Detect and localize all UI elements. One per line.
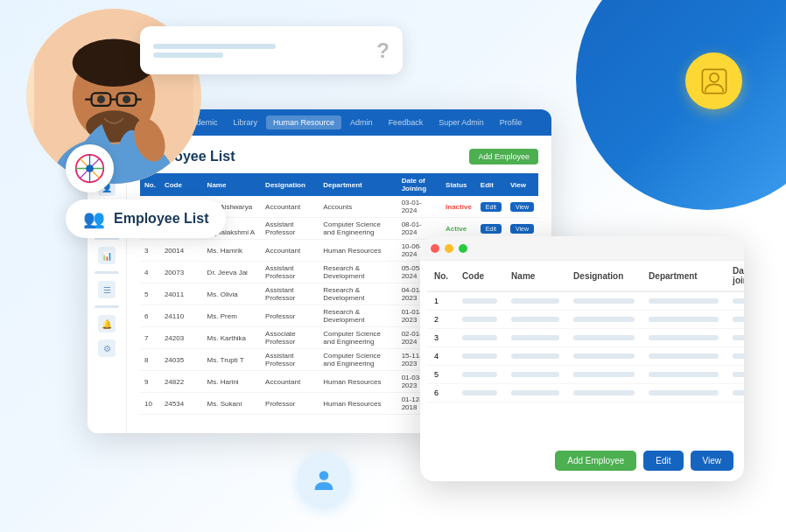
- nav-feedback[interactable]: Feedback: [382, 116, 431, 130]
- cell-no: 3: [140, 240, 160, 262]
- col-status: Status: [441, 173, 476, 196]
- search-float-box[interactable]: ?: [140, 26, 403, 74]
- card2-cell-code: [455, 347, 504, 366]
- card2-table-row: 4 Inactive: [427, 347, 744, 366]
- cell-no: 8: [140, 349, 160, 371]
- sidebar-icon-list[interactable]: ☰: [98, 281, 116, 298]
- sidebar-icon-chart[interactable]: 📊: [98, 247, 116, 264]
- cell-name: Ms. Karthika: [203, 327, 262, 349]
- app-logo: [66, 144, 114, 192]
- card2-cell-designation: [566, 329, 642, 347]
- cell-code: 24110: [160, 305, 203, 327]
- cell-department: Human Resources: [319, 371, 397, 393]
- card2-table-row: 5 Active: [427, 366, 744, 384]
- search-lines: [153, 44, 368, 58]
- cell-status: Inactive: [441, 196, 476, 218]
- card2-table-row: 3 Active: [427, 329, 744, 347]
- col-name: Name: [203, 173, 262, 196]
- cell-designation: Professor: [261, 393, 319, 415]
- card2-add-employee-button[interactable]: Add Employee: [555, 451, 636, 471]
- cell-name: Dr. Jeeva Jai: [203, 262, 262, 284]
- card2-titlebar: [420, 236, 744, 261]
- svg-point-21: [709, 73, 718, 81]
- card2-cell-department: [642, 329, 726, 347]
- card2-cell-name: [504, 329, 566, 347]
- nav-super-admin[interactable]: Super Admin: [432, 116, 491, 130]
- card2-cell-name: [504, 291, 566, 311]
- card2-cell-no: 2: [427, 311, 455, 329]
- window-dot-red[interactable]: [431, 244, 439, 253]
- card2-cell-name: [504, 366, 566, 384]
- card2-table-body: 1 Active 2 Active 3 Active 4 Inactive 5: [427, 291, 744, 402]
- card2-cell-no: 3: [427, 329, 455, 347]
- card2-cell-doj: [726, 291, 744, 311]
- nav-profile[interactable]: Profile: [493, 116, 530, 130]
- cell-code: 24534: [160, 393, 203, 415]
- card2-cell-doj: [726, 384, 744, 402]
- card2-cell-designation: [566, 311, 642, 329]
- cell-department: Research & Development: [319, 284, 397, 305]
- card2-cell-code: [455, 291, 504, 311]
- card2-cell-doj: [726, 311, 744, 329]
- cell-department: Human Resources: [319, 393, 397, 415]
- cell-name: Ms. Trupti T: [203, 349, 262, 371]
- blue-person-svg: [311, 466, 337, 493]
- cell-no: 6: [140, 305, 160, 327]
- window-dot-green[interactable]: [459, 244, 467, 253]
- cell-name: Ms. Sukani: [203, 393, 262, 415]
- card2-col-no: No.: [427, 261, 455, 291]
- cell-designation: Professor: [261, 305, 319, 327]
- card2-cell-name: [504, 384, 566, 402]
- gold-person-svg: [699, 66, 729, 96]
- col-code: Code: [160, 173, 203, 196]
- cell-code: 24203: [160, 327, 203, 349]
- card2-cell-designation: [566, 291, 642, 311]
- cell-name: Ms. Prem: [203, 305, 262, 327]
- card2-cell-designation: [566, 384, 642, 402]
- sidebar-icon-settings[interactable]: ⚙: [98, 340, 116, 357]
- card2-cell-code: [455, 329, 504, 347]
- table-header-row: No. Code Name Designation Department Dat…: [140, 173, 538, 196]
- nav-human-resource[interactable]: Human Resource: [266, 116, 341, 130]
- cell-view[interactable]: View: [506, 196, 538, 218]
- view-button[interactable]: View: [510, 202, 534, 212]
- card2-footer: Add Employee Edit View: [555, 451, 733, 471]
- card2-view-button[interactable]: View: [691, 451, 734, 471]
- cell-name: Ms. Olivia: [203, 284, 262, 305]
- card2-cell-doj: [726, 347, 744, 366]
- nav-admin[interactable]: Admin: [343, 116, 380, 130]
- card2-cell-department: [642, 384, 726, 402]
- blue-person-icon-circle: [298, 453, 350, 506]
- card2-header-row: No. Code Name Designation Department Dat…: [427, 261, 744, 291]
- svg-point-11: [97, 95, 105, 103]
- second-browser-card: No. Code Name Designation Department Dat…: [420, 236, 744, 481]
- cell-designation: Assistant Professor: [261, 262, 319, 284]
- gold-person-icon-circle: [685, 52, 742, 109]
- sidebar-line: [95, 305, 119, 308]
- employee-list-badge: 👥 Employee List: [66, 200, 226, 238]
- edit-button[interactable]: Edit: [481, 202, 502, 212]
- cell-code: 24822: [160, 371, 203, 393]
- card2-cell-designation: [566, 366, 642, 384]
- card2-edit-button[interactable]: Edit: [643, 451, 683, 471]
- col-designation: Designation: [261, 173, 319, 196]
- edit-button[interactable]: Edit: [481, 224, 502, 234]
- sidebar-icon-bell[interactable]: 🔔: [98, 315, 116, 332]
- search-line-1: [153, 44, 276, 49]
- card2-cell-doj: [726, 329, 744, 347]
- card2-cell-designation: [566, 347, 642, 366]
- cell-no: 7: [140, 327, 160, 349]
- card2-col-doj: Date of joining: [726, 261, 744, 291]
- cell-designation: Assistant Professor: [261, 284, 319, 305]
- card2-cell-name: [504, 347, 566, 366]
- card2-cell-code: [455, 384, 504, 402]
- add-employee-button[interactable]: Add Employee: [469, 149, 538, 164]
- cell-department: Research & Development: [319, 305, 397, 327]
- window-dot-yellow[interactable]: [445, 244, 453, 253]
- sidebar-line-group-5: [90, 305, 123, 308]
- view-button[interactable]: View: [510, 224, 534, 234]
- svg-point-22: [319, 471, 329, 480]
- badge-person-icon: 👥: [83, 208, 105, 229]
- nav-library[interactable]: Library: [227, 116, 265, 130]
- cell-edit[interactable]: Edit: [476, 196, 506, 218]
